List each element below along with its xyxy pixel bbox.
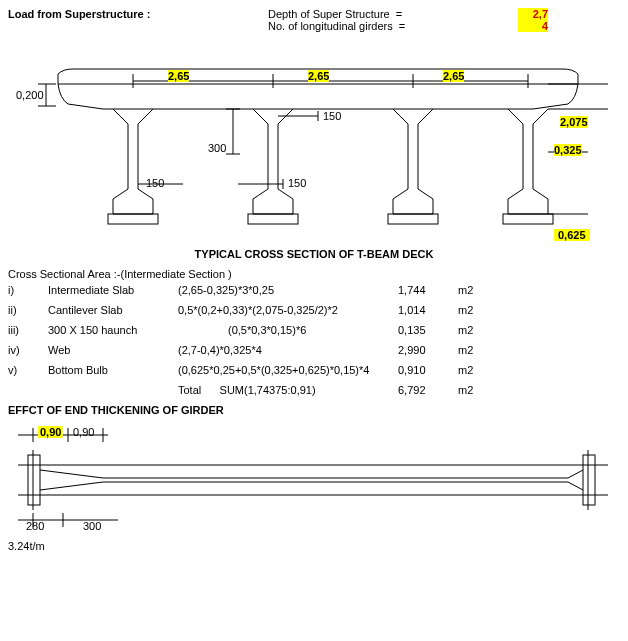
calc-i: ii) <box>8 304 48 316</box>
calc-form: (2,7-0,4)*0,325*4 <box>178 344 398 356</box>
header-block: Load from Superstructure : Depth of Supe… <box>8 8 620 32</box>
calc-unit: m2 <box>458 344 498 356</box>
calc-row-total: Total SUM(1,74375:0,91) 6,792 m2 <box>8 384 620 396</box>
total-unit: m2 <box>458 384 498 396</box>
calc-row: iv) Web (2,7-0,4)*0,325*4 2,990 m2 <box>8 344 620 356</box>
calc-unit: m2 <box>458 324 498 336</box>
calc-i: v) <box>8 364 48 376</box>
total-label: Total <box>178 384 201 396</box>
dim-span1: 2,65 <box>168 70 189 82</box>
load-value: 3.24t/m <box>8 540 620 552</box>
total-val: 6,792 <box>398 384 458 396</box>
calc-unit: m2 <box>458 284 498 296</box>
svg-line-34 <box>40 470 103 478</box>
svg-line-39 <box>568 470 583 478</box>
calc-name: Cantilever Slab <box>48 304 178 316</box>
dim-span2: 2,65 <box>308 70 329 82</box>
calc-i: i) <box>8 284 48 296</box>
dim-span3: 2,65 <box>443 70 464 82</box>
calc-form: (0,625*0,25+0,5*(0,325+0,625)*0,15)*4 <box>178 364 398 376</box>
calcs-title: Cross Sectional Area :-(Intermediate Sec… <box>8 268 620 280</box>
calc-form: (0,5*0,3*0,15)*6 <box>178 324 398 336</box>
cross-section-diagram: 2,65 2,65 2,65 0,200 300 150 150 150 2,0… <box>8 44 620 244</box>
calc-val: 0,135 <box>398 324 458 336</box>
calc-row: ii) Cantilever Slab 0,5*(0,2+0,33)*(2,07… <box>8 304 620 316</box>
calc-name: Bottom Bulb <box>48 364 178 376</box>
calc-row: i) Intermediate Slab (2,65-0,325)*3*0,25… <box>8 284 620 296</box>
cross-section-title: TYPICAL CROSS SECTION OF T-BEAM DECK <box>8 248 620 260</box>
label-girders: No. of longitudinal girders = <box>268 20 468 32</box>
calc-val: 1,014 <box>398 304 458 316</box>
svg-line-35 <box>40 482 103 490</box>
total-form: SUM(1,74375:0,91) <box>220 384 316 396</box>
svg-rect-1 <box>108 214 158 224</box>
dim-090a: 0,90 <box>38 426 63 438</box>
dim-280: 280 <box>26 520 44 532</box>
calc-row: v) Bottom Bulb (0,625*0,25+0,5*(0,325+0,… <box>8 364 620 376</box>
dim-150c: 150 <box>146 177 164 189</box>
svg-rect-4 <box>503 214 553 224</box>
svg-rect-3 <box>388 214 438 224</box>
dim-right1: 2,075 <box>560 116 588 128</box>
value-depth: 2,7 <box>518 8 548 20</box>
effect-title: EFFCT OF END THICKENING OF GIRDER <box>8 404 620 416</box>
svg-line-40 <box>568 482 583 490</box>
calc-unit: m2 <box>458 304 498 316</box>
dim-right2: 0,325 <box>554 144 582 156</box>
dim-right3: 0,625 <box>554 229 590 241</box>
calc-name: Intermediate Slab <box>48 284 178 296</box>
calc-i: iv) <box>8 344 48 356</box>
girder-plan-diagram: 0,90 0,90 280 300 <box>8 420 620 540</box>
svg-rect-33 <box>28 455 40 505</box>
header-title: Load from Superstructure : <box>8 8 150 20</box>
dim-150b: 150 <box>288 177 306 189</box>
dim-300: 300 <box>208 142 226 154</box>
calc-form: (2,65-0,325)*3*0,25 <box>178 284 398 296</box>
calc-i: iii) <box>8 324 48 336</box>
calc-name: 300 X 150 haunch <box>48 324 178 336</box>
calc-name: Web <box>48 344 178 356</box>
svg-rect-38 <box>583 455 595 505</box>
calc-unit: m2 <box>458 364 498 376</box>
dim-300: 300 <box>83 520 101 532</box>
svg-rect-2 <box>248 214 298 224</box>
label-depth: Depth of Super Structure = <box>268 8 468 20</box>
dim-090b: 0,90 <box>73 426 94 438</box>
dim-150a: 150 <box>323 110 341 122</box>
calc-form: 0,5*(0,2+0,33)*(2,075-0,325/2)*2 <box>178 304 398 316</box>
calc-val: 1,744 <box>398 284 458 296</box>
calc-val: 0,910 <box>398 364 458 376</box>
dim-left-edge: 0,200 <box>16 89 44 101</box>
calc-val: 2,990 <box>398 344 458 356</box>
value-girders: 4 <box>518 20 548 32</box>
calc-row: iii) 300 X 150 haunch (0,5*0,3*0,15)*6 0… <box>8 324 620 336</box>
